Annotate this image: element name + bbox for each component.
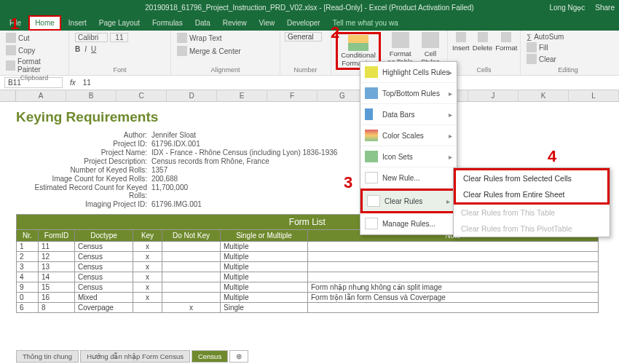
col-F[interactable]: F <box>267 90 318 101</box>
meta-key: Number of Keyed Rolls: <box>16 166 151 174</box>
copy-button[interactable]: Copy <box>4 44 36 56</box>
is-icon <box>365 151 378 162</box>
col-K[interactable]: K <box>519 90 569 101</box>
editing-label: Editing <box>525 66 611 75</box>
hcr-icon <box>365 66 378 78</box>
format-painter-button[interactable]: Format Painter <box>4 57 64 74</box>
meta-key: Project Description: <box>16 157 151 165</box>
cellstyles-icon <box>422 32 439 48</box>
col-B[interactable]: B <box>66 90 117 101</box>
format-button[interactable]: Format <box>495 32 517 52</box>
clear-button[interactable]: Clear <box>525 53 558 65</box>
clear-rules-selected-cells[interactable]: Clear Rules from Selected Cells <box>456 170 607 186</box>
tab-developer[interactable]: Developer <box>282 17 326 29</box>
menu-data-bars[interactable]: Data Bars▸ <box>360 104 457 125</box>
column-headers: A B C D E F G H I J K L <box>0 90 619 102</box>
table-row[interactable]: 016MixedxMultipleForm trộn lẫn form Cens… <box>17 293 599 303</box>
tab-review[interactable]: Review <box>218 17 252 29</box>
tab-view[interactable]: View <box>254 17 280 29</box>
tab-data[interactable]: Data <box>190 17 216 29</box>
insert-button[interactable]: Insert <box>452 32 470 52</box>
callout-2: 2 <box>331 23 339 42</box>
sheet-tab-3[interactable]: Census <box>192 350 228 363</box>
merge-center-button[interactable]: Merge & Center <box>176 45 243 57</box>
bold-button[interactable]: B <box>75 45 80 53</box>
table-row[interactable]: 915CensusxMultipleForm nhập nhưng không … <box>17 282 599 293</box>
painter-icon <box>6 60 15 71</box>
select-all-corner[interactable] <box>0 90 16 101</box>
copy-icon <box>6 45 16 55</box>
clear-rules-entire-sheet[interactable]: Clear Rules from Entire Sheet <box>456 186 607 202</box>
clear-rules-submenu: Clear Rules from Selected Cells Clear Ru… <box>453 167 610 237</box>
table-row[interactable]: 111CensusxMultiple <box>17 242 599 252</box>
col-J[interactable]: J <box>468 90 519 101</box>
delete-button[interactable]: Delete <box>473 32 492 52</box>
ribbon-tabs: File Home Insert Page Layout Formulas Da… <box>0 15 619 31</box>
insert-icon <box>456 32 466 42</box>
meta-value: IDX - France - Rhône Census (including L… <box>151 149 337 157</box>
chevron-right-icon: ▸ <box>446 197 450 205</box>
table-header: Doctype <box>75 230 133 242</box>
menu-manage-rules[interactable]: Manage Rules... <box>360 213 457 234</box>
meta-key: Project Name: <box>16 149 151 157</box>
fill-button[interactable]: Fill <box>525 41 550 53</box>
user-name[interactable]: Long Ngọc <box>550 4 586 12</box>
clear-rules-this-pivottable: Clear Rules from This PivotTable <box>454 221 610 237</box>
table-header: Do Not Key <box>162 230 221 242</box>
menu-new-rule[interactable]: New Rule... <box>360 167 457 189</box>
cells-label: Cells <box>452 66 516 75</box>
share-button[interactable]: Share <box>595 4 615 12</box>
underline-button[interactable]: U <box>91 45 96 53</box>
cs-icon <box>365 130 378 141</box>
number-label: Number <box>285 66 326 75</box>
table-header: Key <box>133 230 162 242</box>
table-row[interactable]: 68CoverpagexSingle <box>17 303 599 313</box>
tab-home[interactable]: Home <box>28 15 61 31</box>
cut-icon <box>6 33 16 43</box>
tab-formulas[interactable]: Formulas <box>147 17 188 29</box>
chevron-right-icon: ▸ <box>449 132 452 140</box>
callout-3: 3 <box>344 173 352 192</box>
sheet-tab-2[interactable]: Hướng dẫn nhập Form Census <box>80 350 190 363</box>
meta-key: Imaging Project ID: <box>16 200 151 208</box>
wrap-icon <box>177 33 187 43</box>
col-C[interactable]: C <box>117 90 167 101</box>
col-D[interactable]: D <box>167 90 217 101</box>
sheet-tab-add[interactable]: ⊕ <box>229 350 248 363</box>
nr-icon <box>365 172 378 183</box>
cut-button[interactable]: Cut <box>4 32 31 44</box>
formula-bar: B11 fx 11 <box>0 76 619 90</box>
font-name[interactable]: Calibri <box>75 33 108 42</box>
fx-icon[interactable]: fx <box>70 79 76 87</box>
menu-icon-sets[interactable]: Icon Sets▸ <box>360 146 457 167</box>
autosum-button[interactable]: ∑AutoSum <box>525 32 565 41</box>
font-size[interactable]: 11 <box>110 33 128 42</box>
formula-input[interactable]: 11 <box>83 79 91 87</box>
col-E[interactable]: E <box>217 90 267 101</box>
menu-clear-rules[interactable]: Clear Rules▸ <box>360 189 457 213</box>
table-row[interactable]: 212CensusxMultiple <box>17 252 599 262</box>
title-bar: 20190918_61796_Project_Instruction_PRD_V… <box>0 0 619 15</box>
font-label: Font <box>74 66 166 75</box>
mr-icon <box>365 218 378 229</box>
number-format[interactable]: General <box>285 32 322 41</box>
clear-rules-this-table: Clear Rules from This Table <box>454 205 610 221</box>
wrap-text-button[interactable]: Wrap Text <box>176 32 224 44</box>
chevron-right-icon: ▸ <box>449 90 452 98</box>
italic-button[interactable]: I <box>84 45 87 53</box>
col-L[interactable]: L <box>569 90 619 101</box>
tab-page-layout[interactable]: Page Layout <box>94 17 145 29</box>
tab-insert[interactable]: Insert <box>63 17 92 29</box>
menu-top-bottom-rules[interactable]: Top/Bottom Rules▸ <box>360 83 457 104</box>
table-row[interactable]: 414CensusxMultiple <box>17 272 599 282</box>
meta-value: 11,700,000 <box>151 183 188 199</box>
sheet-tab-1[interactable]: Thông tin chung <box>16 350 79 363</box>
table-row[interactable]: 313CensusxMultiple <box>17 262 599 272</box>
col-A[interactable]: A <box>16 90 66 101</box>
menu-highlight-cells-rules[interactable]: Highlight Cells Rules▸ <box>360 62 457 83</box>
menu-color-scales[interactable]: Color Scales▸ <box>360 125 457 146</box>
meta-key: Author: <box>16 131 151 139</box>
clear-icon <box>527 54 537 64</box>
table-icon <box>392 32 409 48</box>
callout-4: 4 <box>548 147 556 166</box>
